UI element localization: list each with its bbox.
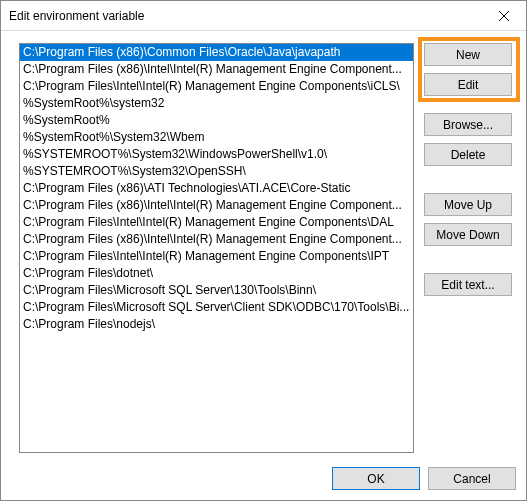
list-item[interactable]: C:\Program Files\Microsoft SQL Server\13… (20, 282, 413, 299)
list-item[interactable]: %SYSTEMROOT%\System32\OpenSSH\ (20, 163, 413, 180)
move-up-button[interactable]: Move Up (424, 193, 512, 216)
edit-button[interactable]: Edit (424, 73, 512, 96)
list-item[interactable]: %SystemRoot%\System32\Wbem (20, 129, 413, 146)
dialog-footer: OK Cancel (19, 455, 516, 490)
move-down-button[interactable]: Move Down (424, 223, 512, 246)
ok-button[interactable]: OK (332, 467, 420, 490)
list-item[interactable]: %SystemRoot% (20, 112, 413, 129)
new-button[interactable]: New (424, 43, 512, 66)
path-listbox[interactable]: C:\Program Files (x86)\Common Files\Orac… (19, 43, 414, 453)
list-item[interactable]: C:\Program Files (x86)\Intel\Intel(R) Ma… (20, 197, 413, 214)
window-title: Edit environment variable (9, 9, 481, 23)
dialog-window: Edit environment variable C:\Program Fil… (0, 0, 527, 501)
cancel-button[interactable]: Cancel (428, 467, 516, 490)
close-icon (499, 11, 509, 21)
main-row: C:\Program Files (x86)\Common Files\Orac… (19, 43, 516, 455)
list-item[interactable]: C:\Program Files (x86)\Intel\Intel(R) Ma… (20, 61, 413, 78)
list-item[interactable]: %SystemRoot%\system32 (20, 95, 413, 112)
titlebar: Edit environment variable (1, 1, 526, 31)
side-buttons: New Edit Browse... Delete Move Up Move D… (424, 43, 516, 455)
browse-button[interactable]: Browse... (424, 113, 512, 136)
list-item[interactable]: C:\Program Files (x86)\Common Files\Orac… (20, 44, 413, 61)
list-item[interactable]: C:\Program Files\nodejs\ (20, 316, 413, 333)
edit-text-button[interactable]: Edit text... (424, 273, 512, 296)
list-item[interactable]: C:\Program Files\Intel\Intel(R) Manageme… (20, 78, 413, 95)
list-item[interactable]: C:\Program Files (x86)\Intel\Intel(R) Ma… (20, 231, 413, 248)
list-item[interactable]: C:\Program Files\dotnet\ (20, 265, 413, 282)
list-item[interactable]: C:\Program Files (x86)\ATI Technologies\… (20, 180, 413, 197)
dialog-content: C:\Program Files (x86)\Common Files\Orac… (1, 31, 526, 500)
list-item[interactable]: C:\Program Files\Intel\Intel(R) Manageme… (20, 214, 413, 231)
delete-button[interactable]: Delete (424, 143, 512, 166)
list-item[interactable]: C:\Program Files\Intel\Intel(R) Manageme… (20, 248, 413, 265)
close-button[interactable] (481, 1, 526, 30)
list-item[interactable]: %SYSTEMROOT%\System32\WindowsPowerShell\… (20, 146, 413, 163)
list-item[interactable]: C:\Program Files\Microsoft SQL Server\Cl… (20, 299, 413, 316)
